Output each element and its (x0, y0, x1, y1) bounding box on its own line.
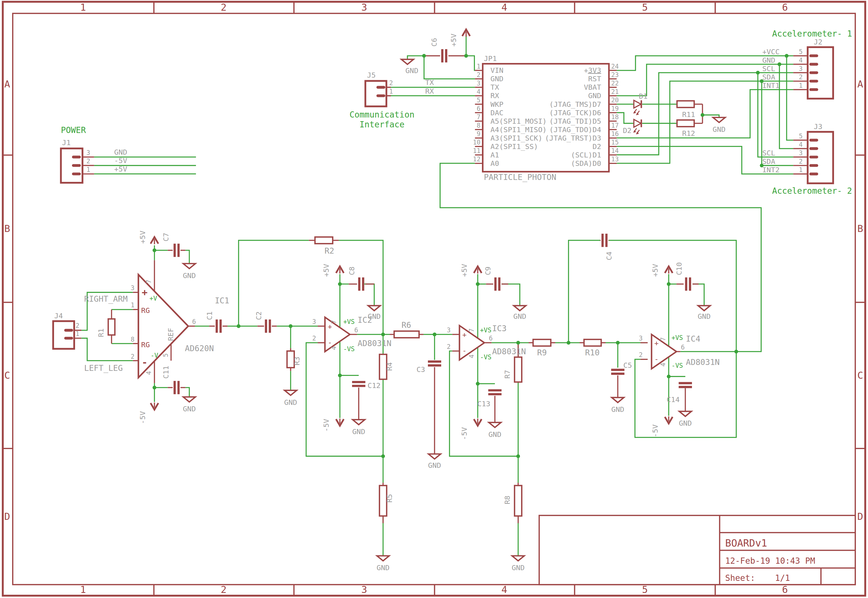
title-block-sheet-value: 1/1 (775, 573, 790, 583)
jp1-pin-name-GND: GND (490, 75, 503, 83)
schematic-page: 112233445566AABBCCDD BOARDv1 12-Feb-19 1… (0, 0, 868, 598)
jp1-pin-number-9: 9 (477, 130, 481, 138)
r9-label: R9 (537, 348, 547, 357)
frame-row-A-left: A (4, 78, 10, 90)
ic2-vsminus: -VS (343, 345, 355, 353)
jp1-pin-number-11: 11 (473, 147, 481, 154)
frame-col-1-bottom: 1 (80, 584, 86, 595)
frame-col-3-bottom: 3 (361, 584, 367, 595)
jp1-pin-number-24: 24 (611, 63, 619, 70)
j2-pin-number-3: 3 (799, 65, 803, 72)
jp1-pin-name-VIN: VIN (490, 66, 503, 75)
j2-net-GND: GND (762, 56, 775, 64)
resistor-r9 (533, 339, 551, 346)
frame-row-A-right: A (857, 78, 863, 90)
ic1-pin1: 1 (131, 301, 135, 309)
frame-col-5-bottom: 5 (642, 584, 648, 595)
c14-label: C14 (667, 395, 680, 404)
ic1-minus: - (142, 356, 148, 368)
jp1-pin-number-13: 13 (611, 155, 619, 163)
labels: POWER J1 J5 Communication Interface TX R… (54, 29, 852, 572)
jp1-pin-name-(JTAG_TDI)D5: (JTAG_TDI)D5 (549, 117, 601, 126)
led-d2 (633, 120, 641, 135)
c5-label: C5 (623, 361, 632, 369)
jp1-pin-name-TX: TX (490, 83, 499, 91)
ic1-p5v: +5V (138, 230, 147, 244)
c9-gnd: GND (514, 312, 526, 320)
j3-pin-number-2: 2 (799, 158, 803, 165)
j3-net-INT2: INT2 (762, 166, 780, 174)
frame-col-2-bottom: 2 (221, 584, 227, 595)
jp1-pin-name-(JTAG_TCK)D6: (JTAG_TCK)D6 (549, 109, 601, 117)
connectors (53, 47, 833, 349)
j3-pin-number-1: 1 (799, 166, 803, 173)
title-block: BOARDv1 12-Feb-19 10:43 PM Sheet: 1/1 (539, 515, 855, 585)
c3-label: C3 (417, 365, 425, 374)
symbols (108, 30, 725, 561)
jp1-pin-number-8: 8 (477, 122, 481, 129)
resistor-r8 (515, 486, 522, 516)
j1-pin-number-3: 3 (86, 149, 90, 156)
j5-pin-number-1: 1 (389, 88, 393, 95)
jp1-pin-name-RST: RST (588, 75, 601, 83)
j3-pin-bump-1 (809, 173, 818, 175)
accel1-title: Accelerometer- 1 (772, 29, 852, 39)
ic2-minus: - (328, 338, 332, 347)
ic4-minus: - (654, 355, 659, 363)
ic1-pin5: 5 (162, 353, 169, 357)
c6-p5v: +5V (449, 34, 458, 47)
ic2-pin4: 4 (330, 346, 338, 350)
r5-label: R5 (385, 494, 394, 503)
ic3-vsminus: -VS (480, 353, 492, 361)
j3-net-SDA: SDA (762, 157, 775, 166)
ic4-pin6: 6 (681, 344, 685, 351)
c13-gnd: GND (489, 430, 501, 439)
j2-net-SCL: SCL (762, 64, 775, 73)
jp1-pin-name-GND: GND (588, 91, 601, 100)
net-tx: TX (425, 78, 434, 87)
ic4-pin2: 2 (639, 351, 643, 359)
ic2-pin3: 3 (312, 318, 316, 325)
c12-label: C12 (368, 381, 381, 390)
frame-col-6-bottom: 6 (782, 584, 788, 595)
r4-label: R4 (385, 362, 394, 371)
ic1-pin2: 2 (131, 353, 135, 360)
ic1-vminus: -V (151, 352, 158, 359)
jp1-pin-number-23: 23 (611, 71, 619, 78)
j2-pin-number-5: 5 (799, 48, 803, 55)
jp1-pin-number-6: 6 (477, 105, 481, 112)
frame-col-4-bottom: 4 (501, 584, 507, 595)
c11-gnd: GND (183, 405, 196, 413)
j3-ref: J3 (814, 122, 822, 131)
ic4-pin7: 7 (659, 337, 667, 341)
jp1-pin-name-(JTAG_TRST)D3: (JTAG_TRST)D3 (545, 134, 601, 142)
j3-pin-bump-4 (809, 147, 818, 150)
frame-row-B-left: B (4, 223, 10, 234)
frame-col-5-top: 5 (642, 2, 648, 13)
ic3-p5v: +5V (460, 264, 468, 277)
j1-pin-number-2: 2 (86, 157, 90, 165)
ic1-pin8: 8 (131, 336, 135, 343)
r3-label: R3 (293, 357, 301, 365)
r2-label: R2 (324, 246, 334, 256)
ic3-ref: IC3 (492, 324, 507, 333)
jp1-pin-name-A5(SPI1_MOSI): A5(SPI1_MOSI) (490, 117, 547, 126)
c11-label: C11 (162, 366, 170, 379)
jp1-pin-number-15: 15 (611, 139, 619, 146)
r11-label: R11 (682, 110, 695, 119)
ic1-rg-top: RG (141, 306, 150, 315)
j1-pin-bump-1 (72, 173, 81, 175)
ic4-part: AD8031N (686, 357, 720, 367)
j2-pin-bump-5 (809, 55, 818, 57)
comm-title-1: Communication (350, 110, 414, 120)
ic3-minus: - (462, 346, 466, 355)
j2-pin-bump-4 (809, 63, 818, 66)
ic1-n5v: -5V (138, 411, 147, 424)
jp1-pin-number-12: 12 (473, 155, 481, 163)
ic4-pin4: 4 (659, 363, 667, 366)
ic2-p5v: +5V (322, 264, 330, 277)
r3-gnd: GND (284, 398, 297, 407)
j3-pin-bump-2 (809, 164, 818, 167)
frame-row-B-right: B (857, 223, 863, 234)
r12-label: R12 (682, 129, 695, 138)
